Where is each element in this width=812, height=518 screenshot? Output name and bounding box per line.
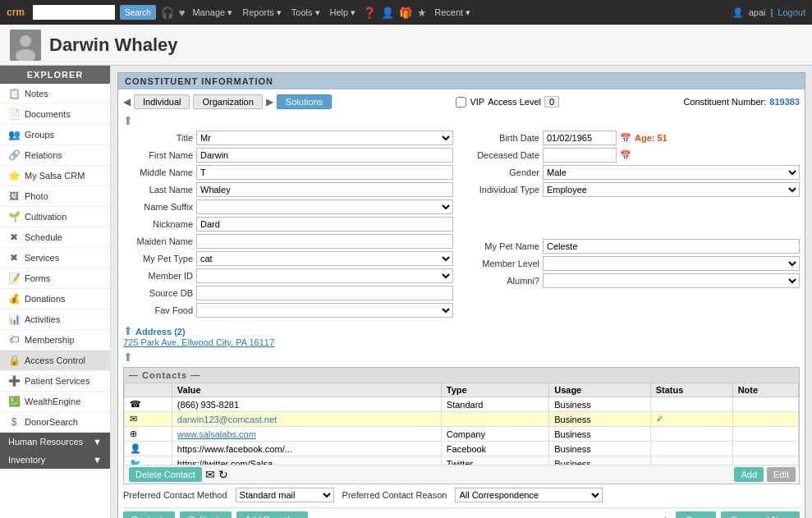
heart-icon[interactable]: ♥ [179, 7, 186, 19]
nav-separator: | [770, 7, 773, 17]
birth-date-calendar-icon[interactable]: 📅 [620, 133, 631, 144]
contact-value[interactable]: https://twitter.com/Salsa... [172, 456, 441, 465]
source-db-input[interactable] [196, 286, 453, 300]
pet-name-label: My Pet Name [470, 241, 539, 251]
sidebar-item-photo[interactable]: 🖼 Photo [0, 186, 110, 207]
sidebar-item-inventory[interactable]: Inventory ▼ [0, 451, 110, 469]
sidebar-item-donor-search[interactable]: $ DonorSearch [0, 412, 110, 433]
sidebar-item-donations[interactable]: 💰 Donations [0, 289, 110, 309]
middle-name-input[interactable] [196, 165, 453, 180]
sidebar-item-wealth-engine[interactable]: 💹 WealthEngine [0, 392, 110, 412]
save-button[interactable]: Save [676, 511, 716, 518]
sidebar: EXPLORER 📋 Notes 📄 Documents 👥 Groups 🔗 … [0, 66, 111, 518]
sidebar-item-notes[interactable]: 📋 Notes [0, 84, 110, 104]
scroll-up-arrow[interactable]: ⬆ [123, 114, 133, 127]
sidebar-item-patient-services[interactable]: ➕ Patient Services [0, 371, 110, 392]
middle-name-label: Middle Name [123, 167, 193, 177]
human-resources-label: Human Resources [8, 437, 83, 447]
sidebar-label-membership: Membership [25, 335, 75, 345]
tab-row: ◀ Individual Organization ▶ Solutions VI… [123, 94, 800, 109]
edit-contact-button[interactable]: Edit [767, 467, 796, 482]
sidebar-item-schedule[interactable]: ✖ Schedule [0, 227, 110, 248]
tab-prev-arrow[interactable]: ◀ [123, 96, 131, 108]
star-icon[interactable]: ★ [417, 7, 427, 19]
maiden-name-input[interactable] [196, 234, 453, 249]
preferred-reason-select[interactable]: All Correspondence [455, 488, 603, 502]
constituent-number-value: 819383 [769, 97, 800, 107]
sidebar-label-donations: Donations [25, 294, 66, 304]
sidebar-label-wealth-engine: WealthEngine [25, 397, 80, 406]
groups-icon: 👥 [8, 129, 20, 140]
sidebar-item-activities[interactable]: 📊 Activities [0, 309, 110, 330]
name-suffix-select[interactable] [196, 199, 453, 214]
headphone-icon: 🎧 [161, 7, 174, 19]
logout-link[interactable]: Logout [778, 7, 805, 17]
individual-type-select[interactable]: Employee [543, 182, 800, 197]
manage-menu[interactable]: Manage ▾ [192, 7, 232, 18]
sidebar-item-services[interactable]: ✖ Services [0, 248, 110, 268]
sidebar-item-membership[interactable]: 🏷 Membership [0, 330, 110, 351]
deceased-date-input[interactable] [543, 148, 617, 163]
fav-food-select[interactable] [196, 303, 453, 318]
contact-value[interactable]: https://www.facebook.com/... [172, 442, 441, 456]
address-value[interactable]: 725 Park Ave, Ellwood City, PA 16117 [123, 337, 274, 347]
triangle-up-icon[interactable]: ▲ [660, 513, 672, 518]
tab-individual[interactable]: Individual [134, 94, 190, 109]
sidebar-item-access-control[interactable]: 🔒 Access Control [0, 351, 110, 371]
title-select[interactable]: MrMrsMsDr [196, 131, 453, 145]
sidebar-item-documents[interactable]: 📄 Documents [0, 104, 110, 125]
sidebar-item-human-resources[interactable]: Human Resources ▼ [0, 433, 110, 451]
sidebar-item-my-salsa[interactable]: ⭐ My Salsa CRM [0, 166, 110, 186]
refresh-icon-btn[interactable]: ↻ [218, 468, 228, 481]
address-up-arrow[interactable]: ⬆ [123, 324, 133, 337]
delete-contact-button[interactable]: Delete Contact [129, 467, 202, 482]
tab-next-arrow[interactable]: ▶ [266, 96, 273, 108]
logo: crm [7, 7, 25, 18]
search-input[interactable] [33, 5, 115, 20]
search-button[interactable]: Search [120, 5, 156, 20]
recent-menu[interactable]: Recent ▾ [434, 7, 470, 18]
cultivate-button[interactable]: Cultivate [180, 511, 232, 518]
birth-date-input[interactable] [543, 131, 617, 145]
address-label[interactable]: Address (2) [135, 327, 186, 337]
contact-value[interactable]: www.salsalabs.com [172, 427, 441, 442]
preferred-contact-section: Preferred Contact Method Standard mail P… [123, 488, 800, 502]
member-level-select[interactable] [543, 256, 800, 271]
alumni-select[interactable] [543, 273, 800, 288]
contact-value[interactable]: (866) 935-8281 [172, 397, 441, 412]
contact-status [650, 397, 732, 412]
nickname-input[interactable] [196, 217, 453, 231]
save-and-new-button[interactable]: Save and New [721, 511, 800, 518]
contact-value[interactable]: darwin123@comcast.net [172, 412, 441, 427]
sidebar-item-relations[interactable]: 🔗 Relations [0, 145, 110, 166]
vip-checkbox[interactable] [456, 97, 466, 108]
last-name-input[interactable] [196, 182, 453, 197]
email-icon-btn[interactable]: ✉ [205, 468, 215, 481]
contacts-button[interactable]: Contacts [123, 511, 175, 518]
patient-services-icon: ➕ [8, 375, 20, 387]
pet-name-input[interactable] [543, 239, 800, 254]
inventory-chevron: ▼ [93, 455, 102, 465]
sidebar-item-cultivation[interactable]: 🌱 Cultivation [0, 207, 110, 227]
tools-menu[interactable]: Tools ▾ [291, 7, 320, 18]
sidebar-item-groups[interactable]: 👥 Groups [0, 125, 110, 145]
help-menu[interactable]: Help ▾ [330, 7, 356, 18]
deceased-date-calendar-icon[interactable]: 📅 [620, 150, 631, 161]
tab-solutions[interactable]: Solutions [277, 94, 332, 109]
sidebar-item-forms[interactable]: 📝 Forms [0, 268, 110, 289]
preferred-method-select[interactable]: Standard mail [236, 488, 334, 502]
avatar [10, 30, 41, 61]
reports-menu[interactable]: Reports ▾ [242, 7, 282, 18]
member-id-select[interactable] [196, 268, 453, 283]
add-donation-button[interactable]: Add Donation [236, 511, 308, 518]
contacts-up-arrow[interactable]: ⬆ [123, 351, 133, 364]
pet-type-select[interactable]: cat [196, 251, 453, 266]
footer-buttons: Contacts Cultivate Add Donation ▲ Save S… [123, 507, 800, 518]
tab-organization[interactable]: Organization [193, 94, 262, 109]
first-name-input[interactable] [196, 148, 453, 163]
gender-select[interactable]: MaleFemale [543, 165, 800, 180]
form-section: Title MrMrsMsDr First Name Middle Name [123, 131, 800, 318]
top-navigation: crm Search 🎧 ♥ Manage ▾ Reports ▾ Tools … [0, 0, 812, 25]
col-status: Status [650, 383, 732, 397]
add-contact-button[interactable]: Add [734, 467, 764, 482]
